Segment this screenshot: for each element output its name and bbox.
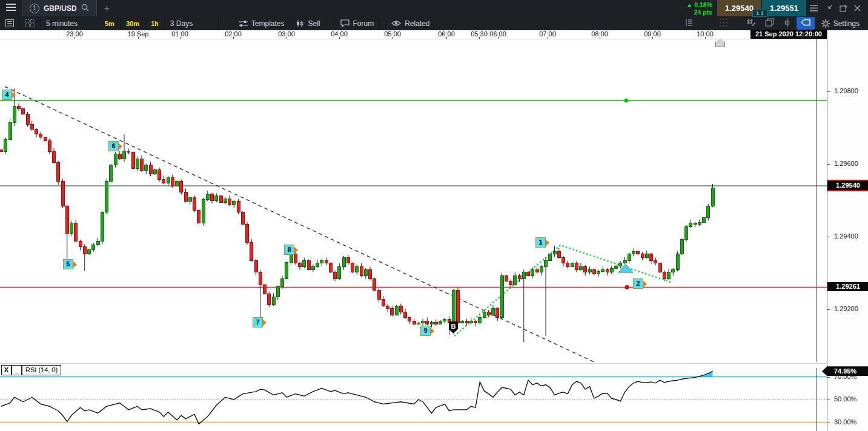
price-tick <box>827 423 830 423</box>
related-eye-icon <box>391 20 401 27</box>
search-icon[interactable] <box>81 4 89 13</box>
templates-icon <box>239 20 248 27</box>
price-tick-label: 1.29600 <box>834 160 858 167</box>
list-lines-icon <box>685 18 694 28</box>
rsi-close-button[interactable]: X <box>1 365 12 375</box>
sell-candles-icon <box>296 19 304 28</box>
dotted-grid-icon <box>719 18 728 29</box>
forum-button[interactable]: Forum <box>335 16 380 30</box>
price-tick <box>827 400 830 400</box>
ask-price: 1.29551 <box>770 4 798 13</box>
level-price-badge: 1.29261 <box>827 282 868 291</box>
settings-label: Settings <box>833 19 860 28</box>
timeframe-30m-button[interactable]: 30m <box>121 16 145 30</box>
timeframe-1h-button[interactable]: 1h <box>145 16 165 30</box>
main-menu-button[interactable] <box>0 0 22 16</box>
symbol-tab[interactable]: 1 GBP/USD <box>22 0 97 16</box>
snap-grid-button[interactable] <box>714 16 733 30</box>
chart-marker-9[interactable]: 9 <box>420 326 431 336</box>
daily-change: ▲ 0.18% 24 pts <box>681 0 717 16</box>
price-tick-label: 50.00% <box>834 395 856 403</box>
price-chart-canvas[interactable] <box>0 39 827 362</box>
price-tick <box>827 237 830 237</box>
chart-marker-6[interactable]: 6 <box>108 141 119 151</box>
cursor-date-badge: 21 Sep 2020 12:20:00 <box>750 30 827 39</box>
related-label: Related <box>405 19 429 28</box>
grid-icon <box>25 19 35 27</box>
journal-button[interactable] <box>0 16 20 30</box>
rsi-line <box>1 371 713 424</box>
sell-button[interactable]: Sell <box>290 16 326 30</box>
price-tick <box>827 309 830 310</box>
last-price-badge: 1.29540 <box>827 180 868 191</box>
rsi-minimize-button[interactable]: _ <box>12 365 22 375</box>
timeframe-current-button[interactable]: 5 minutes <box>41 16 99 30</box>
panel-lines-icon[interactable] <box>810 5 818 12</box>
drawing-tools-button[interactable] <box>741 16 760 30</box>
candle-line-icon <box>784 18 790 29</box>
left-pentagon-icon <box>801 19 810 28</box>
templates-label: Templates <box>251 19 285 28</box>
green-anchor-dot[interactable] <box>624 99 629 103</box>
stacked-windows-icon <box>765 18 774 28</box>
price-tick-label: 1.29800 <box>834 87 858 94</box>
collapse-icon[interactable] <box>825 5 832 12</box>
hamburger-icon <box>6 4 16 13</box>
hash-pencil-icon <box>746 18 755 28</box>
related-button[interactable]: Related <box>386 16 435 30</box>
rsi-canvas[interactable] <box>0 368 827 431</box>
price-tick-label: 1.29400 <box>834 232 858 240</box>
rsi-indicator-label[interactable]: RSI (14, 0) <box>22 365 61 375</box>
layout-grid-button[interactable] <box>20 16 41 30</box>
price-axis[interactable]: 1.298001.296001.294001.292001.295401.292… <box>827 30 868 431</box>
chart-marker-5[interactable]: 5 <box>63 259 73 269</box>
popout-icon[interactable] <box>840 5 847 12</box>
panel-separator[interactable] <box>0 363 868 364</box>
rsi-value-badge: 74.95% <box>822 366 868 376</box>
time-axis[interactable]: 23:0019 Sep01:0002:0003:0004:0005:0006:0… <box>0 30 827 39</box>
period-label: 3 Days <box>170 19 193 28</box>
chart-marker-1[interactable]: 1 <box>535 237 546 248</box>
chart-marker-4[interactable]: 4 <box>2 90 12 100</box>
window-controls <box>806 0 868 16</box>
trendline-0[interactable] <box>5 87 597 362</box>
spread-badge: 1.1 <box>752 10 767 17</box>
chart-toolbar: 5 minutes 5m 30m 1h 3 Days Templates Sel… <box>0 16 868 31</box>
journal-icon <box>5 19 14 27</box>
bid-price: 1.29540 <box>725 4 754 13</box>
chart-marker-7[interactable]: 7 <box>253 317 263 327</box>
titlebar: 1 GBP/USD + ▲ 0.18% 24 pts 1.29540 1.295… <box>0 0 868 17</box>
price-tick-label: 1.29200 <box>834 305 858 312</box>
timeframe-5m-button[interactable]: 5m <box>99 16 121 30</box>
quick-trade-toggle[interactable] <box>797 17 815 30</box>
chart-region: 23:0019 Sep01:0002:0003:0004:0005:0006:0… <box>0 30 868 431</box>
settings-button[interactable]: Settings <box>816 16 868 30</box>
add-tab-button[interactable]: + <box>97 0 117 16</box>
price-tick <box>827 164 830 165</box>
chart-marker-8[interactable]: 8 <box>284 245 294 255</box>
rsi-overbought-fill <box>1 371 713 377</box>
trade-journal-button[interactable] <box>680 16 698 30</box>
chart-mode-button[interactable] <box>779 16 795 30</box>
symbol-label: GBP/USD <box>44 4 77 13</box>
change-percent: ▲ 0.18% <box>686 1 712 8</box>
toolbar-right-group: Settings <box>680 16 868 30</box>
price-tick-label: 30.00% <box>834 418 856 426</box>
forum-label: Forum <box>353 19 374 28</box>
forum-icon <box>340 19 350 27</box>
ask-price-button[interactable]: 1.29551 1.1 <box>762 0 806 16</box>
price-tick <box>827 91 830 92</box>
titlebar-spacer <box>117 0 681 16</box>
templates-button[interactable]: Templates <box>233 16 291 30</box>
sell-label: Sell <box>308 19 320 28</box>
tab-number-badge: 1 <box>30 4 39 13</box>
change-points: 24 pts <box>694 8 712 16</box>
gear-icon <box>821 19 830 28</box>
close-icon[interactable] <box>854 5 861 12</box>
period-button[interactable]: 3 Days <box>165 16 219 30</box>
windows-button[interactable] <box>760 16 779 30</box>
chart-marker-2[interactable]: 2 <box>633 278 643 289</box>
timeframe-current-label: 5 minutes <box>46 19 78 28</box>
red-anchor-dot[interactable] <box>625 285 629 289</box>
price-tick <box>827 377 830 378</box>
